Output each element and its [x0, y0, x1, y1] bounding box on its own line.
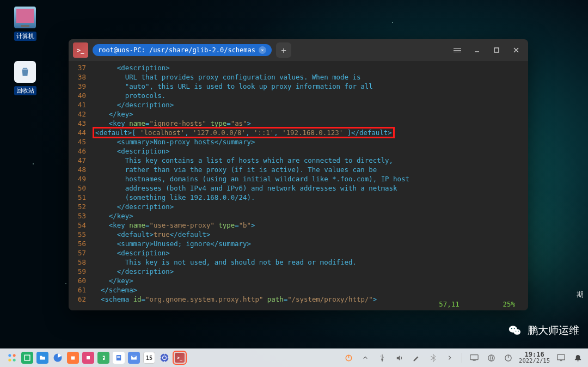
tray-chevron-up-icon[interactable]	[359, 352, 371, 364]
terminal-app-icon	[73, 42, 88, 58]
code-line: 50 addresses (both IPv4 and IPv6) and ne…	[69, 184, 528, 193]
svg-rect-19	[117, 357, 120, 358]
code-line: 41 </description>	[69, 100, 528, 109]
code-line: 37 <description>	[69, 63, 528, 72]
tray-shutdown-icon[interactable]	[502, 352, 514, 364]
titlebar[interactable]: root@uos-PC: /usr/share/glib-2.0/schemas…	[69, 39, 528, 61]
terminal-running-icon[interactable]: >_	[174, 352, 186, 364]
tray-power-icon[interactable]	[342, 352, 354, 364]
browser-icon[interactable]	[52, 352, 64, 364]
tray-volume-icon[interactable]	[393, 352, 405, 364]
svg-point-7	[514, 328, 515, 329]
code-line: 48 rather than via the proxy (if it is a…	[69, 165, 528, 174]
svg-point-11	[13, 354, 16, 357]
tray-chevron-right-icon[interactable]	[444, 352, 456, 364]
terminal-body[interactable]: 37 <description>38 URL that provides pro…	[69, 61, 528, 310]
watermark: 鹏大师运维	[507, 322, 579, 339]
svg-rect-14	[24, 355, 30, 360]
menu-button[interactable]	[450, 42, 465, 58]
taskbar[interactable]: 15 >_ 19:16 2022/2/15	[0, 348, 588, 367]
code-line: 44<default>[ 'localhost', '127.0.0.0/8',…	[69, 128, 528, 137]
terminal-tab[interactable]: root@uos-PC: /usr/share/glib-2.0/schemas…	[93, 44, 272, 56]
code-line: 49 hostnames, domains (using an initial …	[69, 174, 528, 184]
tray-desktop-icon[interactable]	[555, 352, 567, 364]
multitask-icon[interactable]	[21, 352, 33, 364]
desktop-icon-trash[interactable]: 回收站	[10, 61, 40, 95]
minimize-button[interactable]	[469, 42, 485, 58]
code-line: 42 </key>	[69, 109, 528, 119]
code-line: 40 protocols.	[69, 91, 528, 100]
code-line: 39 "auto", this URL is used to look up p…	[69, 82, 528, 91]
svg-point-21	[161, 354, 169, 362]
code-line: 57 <description>	[69, 248, 528, 258]
maximize-button[interactable]	[489, 42, 504, 58]
code-line: 58 This key is not used, and should not …	[69, 258, 528, 267]
settings-icon[interactable]	[82, 352, 94, 364]
close-tab-icon[interactable]: ×	[259, 46, 266, 54]
code-line: 46 <description>	[69, 146, 528, 156]
mail-icon[interactable]	[128, 352, 140, 364]
close-button[interactable]	[509, 42, 524, 58]
desktop-icon-computer[interactable]: 计算机	[10, 7, 40, 41]
trash-label: 回收站	[14, 86, 36, 95]
music-icon[interactable]	[97, 352, 109, 364]
tray-edit-icon[interactable]	[410, 352, 422, 364]
edge-number: 期	[577, 290, 584, 299]
tray-notification-icon[interactable]	[572, 352, 584, 364]
svg-point-12	[8, 359, 11, 362]
svg-rect-18	[117, 356, 120, 357]
svg-point-6	[511, 328, 512, 329]
code-line: 47 This key contains a list of hosts whi…	[69, 156, 528, 165]
wechat-icon	[507, 322, 523, 339]
code-line: 52 </description>	[69, 202, 528, 211]
code-line: 53 </key>	[69, 211, 528, 221]
svg-rect-16	[87, 356, 90, 359]
code-line: 60 </key>	[69, 276, 528, 285]
code-line: 55 <default>true</default>	[69, 230, 528, 239]
svg-point-10	[8, 354, 11, 357]
code-line: 59 </description>	[69, 267, 528, 276]
tray-network-icon[interactable]	[485, 352, 497, 364]
doc-icon[interactable]	[113, 352, 125, 364]
code-line: 56 <summary>Unused; ignore</summary>	[69, 239, 528, 248]
tray-usb-icon[interactable]	[376, 352, 388, 364]
svg-point-29	[382, 360, 383, 361]
tray-display-icon[interactable]	[468, 352, 480, 364]
code-line: 45 <summary>Non-proxy hosts</summary>	[69, 137, 528, 146]
svg-point-8	[516, 331, 517, 332]
terminal-window: root@uos-PC: /usr/share/glib-2.0/schemas…	[69, 39, 528, 310]
svg-point-5	[514, 329, 521, 335]
svg-rect-1	[494, 48, 499, 52]
control-center-icon[interactable]	[158, 352, 170, 364]
computer-label: 计算机	[14, 32, 36, 41]
code-line: 38 URL that provides proxy configuration…	[69, 72, 528, 82]
svg-rect-36	[560, 360, 562, 361]
files-icon[interactable]	[36, 352, 48, 364]
store-icon[interactable]	[67, 352, 79, 364]
tray-bluetooth-icon[interactable]	[427, 352, 439, 364]
calendar-icon[interactable]: 15	[143, 352, 155, 364]
code-line: 54 <key name="use-same-proxy" type="b">	[69, 221, 528, 230]
svg-rect-35	[557, 354, 564, 359]
add-tab-button[interactable]: +	[276, 42, 291, 58]
svg-point-9	[518, 331, 519, 332]
code-line: 51 (something like 192.168.0.0/24).	[69, 193, 528, 202]
vim-status: 57,1125%	[439, 300, 515, 308]
svg-rect-30	[470, 355, 478, 360]
svg-point-13	[13, 359, 16, 362]
tab-title: root@uos-PC: /usr/share/glib-2.0/schemas	[98, 46, 255, 54]
clock[interactable]: 19:16 2022/2/15	[519, 352, 550, 364]
code-line: 61 </schema>	[69, 285, 528, 295]
system-tray: 19:16 2022/2/15	[342, 352, 584, 364]
launcher-icon[interactable]	[6, 352, 18, 364]
